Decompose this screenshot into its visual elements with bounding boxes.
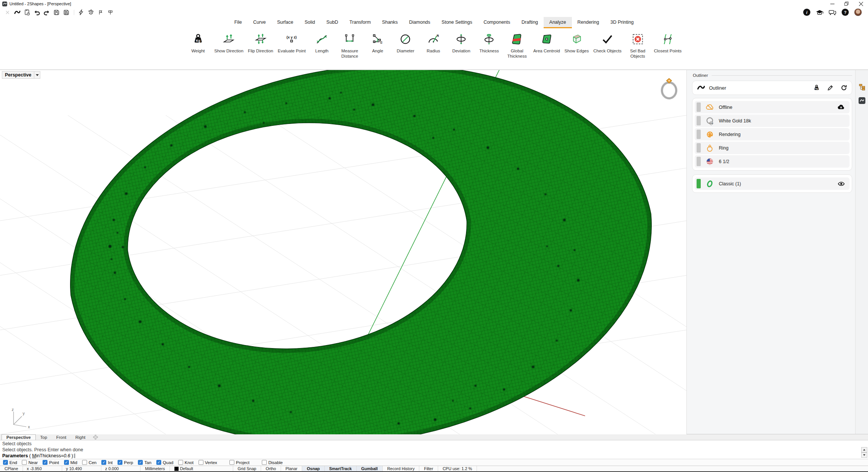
restore-button[interactable] <box>839 0 854 8</box>
checkbox-checked-icon[interactable] <box>43 460 47 465</box>
menu-components[interactable]: Components <box>478 17 516 28</box>
help-icon[interactable] <box>842 9 849 16</box>
ribbon-tool-thickness[interactable]: Thickness <box>477 33 501 54</box>
command-area[interactable]: Select objects Select objects. Press Ent… <box>0 440 868 459</box>
prompt-option[interactable]: inThickness= <box>36 453 64 458</box>
checkbox-icon[interactable] <box>262 460 267 465</box>
view-tab-perspective[interactable]: Perspective <box>2 434 36 440</box>
ribbon-tool-flip-direction[interactable]: Flip Direction <box>248 33 273 54</box>
ribbon-tool-diameter[interactable]: Diameter <box>394 33 417 54</box>
menu-analyze[interactable]: Analyze <box>544 17 572 28</box>
scroll-up-button[interactable] <box>861 447 867 452</box>
row-handle[interactable] <box>697 130 701 139</box>
menu-diamonds[interactable]: Diamonds <box>403 17 436 28</box>
ribbon-tool-sel-bad-objects[interactable]: Sel Bad Objects <box>626 33 649 59</box>
ribbon-tool-deviation[interactable]: Deviation <box>449 33 473 54</box>
row-handle[interactable] <box>697 116 701 125</box>
menu-stone-settings[interactable]: Stone Settings <box>436 17 478 28</box>
checkbox-icon[interactable] <box>229 460 234 465</box>
row-handle[interactable] <box>697 143 701 153</box>
osnap-disable[interactable]: Disable <box>262 460 283 465</box>
flag-alt-tool-icon[interactable] <box>106 8 115 17</box>
row-handle-active[interactable] <box>697 179 701 188</box>
status-record-history[interactable]: Record History <box>383 466 420 471</box>
checkbox-icon[interactable] <box>178 460 183 465</box>
ribbon-tool-evaluate-point[interactable]: (x y z) Evaluate Point <box>278 33 306 54</box>
prompt-option-hotkey[interactable]: M <box>32 453 36 458</box>
outliner-item-size[interactable]: 6 1/2 <box>695 155 850 168</box>
outliner-item-classic[interactable]: Classic (1) <box>695 177 850 190</box>
checkbox-icon[interactable] <box>199 460 203 465</box>
status-cplane[interactable]: CPlane <box>0 466 23 471</box>
view-tab-top[interactable]: Top <box>36 434 52 440</box>
checkbox-icon[interactable] <box>22 460 27 465</box>
status-grid-snap[interactable]: Grid Snap <box>233 466 261 471</box>
menu-shanks[interactable]: Shanks <box>376 17 403 28</box>
ribbon-tool-area-centroid[interactable]: Area Centroid <box>533 33 560 54</box>
outliner-item-ring[interactable]: Ring <box>695 142 850 154</box>
ribbon-tool-show-edges[interactable]: Show Edges <box>564 33 589 54</box>
ribbon-tool-length[interactable]: Length <box>310 33 333 54</box>
cloud-upload-icon[interactable] <box>837 103 845 111</box>
user-avatar[interactable] <box>854 8 862 16</box>
ribbon-tool-show-direction[interactable]: Show Direction <box>214 33 243 54</box>
ribbon-tool-radius[interactable]: R Radius <box>422 33 445 54</box>
group-cluster-icon[interactable] <box>86 8 95 17</box>
status-smarttrack[interactable]: SmartTrack <box>325 466 357 471</box>
viewport-menu-dropdown[interactable] <box>34 72 40 78</box>
checkbox-checked-icon[interactable] <box>64 460 69 465</box>
edit-pencil-icon[interactable] <box>827 84 834 91</box>
refresh-icon[interactable] <box>840 84 847 91</box>
osnap-near[interactable]: Near <box>22 460 38 465</box>
status-ortho[interactable]: Ortho <box>261 466 281 471</box>
menu-transform[interactable]: Transform <box>344 17 377 28</box>
outliner-item-rendering[interactable]: Rendering <box>695 128 850 141</box>
osnap-quad[interactable]: Quad <box>156 460 173 465</box>
info-icon[interactable] <box>803 9 810 16</box>
ribbon-tool-angle[interactable]: α Angle <box>366 33 389 54</box>
menu-curve[interactable]: Curve <box>248 17 271 28</box>
save-icon[interactable] <box>52 8 61 17</box>
checkbox-icon[interactable] <box>82 460 87 465</box>
scroll-down-button[interactable] <box>861 452 867 458</box>
checkbox-checked-icon[interactable] <box>3 460 8 465</box>
osnap-end[interactable]: End <box>3 460 17 465</box>
menu-rendering[interactable]: Rendering <box>572 17 605 28</box>
ribbon-tool-closest-points[interactable]: Closest Points <box>654 33 682 54</box>
learn-icon[interactable] <box>816 9 824 16</box>
menu-drafting[interactable]: Drafting <box>516 17 544 28</box>
status-planar[interactable]: Planar <box>281 466 303 471</box>
chat-icon[interactable] <box>829 9 836 16</box>
osnap-cen[interactable]: Cen <box>82 460 96 465</box>
menu-solid[interactable]: Solid <box>299 17 321 28</box>
flag-tool-icon[interactable] <box>96 8 105 17</box>
brand-panel-icon[interactable] <box>859 97 865 104</box>
weight-kg-icon[interactable]: Kg <box>813 84 820 92</box>
osnap-project[interactable]: Project <box>229 460 249 465</box>
osnap-int[interactable]: Int <box>101 460 113 465</box>
recent-file-icon[interactable] <box>23 8 32 17</box>
status-osnap[interactable]: Osnap <box>302 466 324 471</box>
redo-icon[interactable] <box>42 8 51 17</box>
row-handle[interactable] <box>697 157 701 166</box>
ribbon-tool-global-thickness[interactable]: Global Thickness <box>505 33 529 59</box>
menu-subd[interactable]: SubD <box>321 17 344 28</box>
ribbon-tool-measure-distance[interactable]: Measure Distance <box>338 33 361 59</box>
row-handle[interactable] <box>697 102 701 112</box>
close-file-icon[interactable] <box>3 8 12 17</box>
viewport-title[interactable]: Perspective <box>2 71 40 79</box>
sketch-pen-icon[interactable] <box>76 8 86 17</box>
undo-icon[interactable] <box>32 8 41 17</box>
minimize-button[interactable] <box>825 0 839 8</box>
ribbon-tool-weight[interactable]: Kg Weight <box>186 33 210 54</box>
checkbox-checked-icon[interactable] <box>138 460 143 465</box>
visibility-eye-icon[interactable] <box>837 180 845 187</box>
new-viewport-button[interactable] <box>90 434 101 440</box>
osnap-tan[interactable]: Tan <box>138 460 151 465</box>
brand-swoosh-icon[interactable] <box>13 8 22 17</box>
view-tab-front[interactable]: Front <box>52 434 71 440</box>
view-tab-right[interactable]: Right <box>71 434 90 440</box>
close-button[interactable] <box>854 0 868 8</box>
osnap-perp[interactable]: Perp <box>118 460 133 465</box>
outliner-item-material[interactable]: 18k White Gold 18k <box>695 115 850 127</box>
